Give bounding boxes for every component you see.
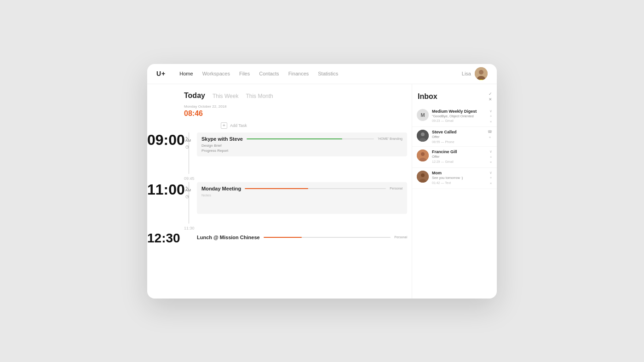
inbox-item-content: Steve Called Offer 08:55 — Phone	[432, 130, 484, 144]
clock-icon[interactable]: ◷	[184, 144, 190, 150]
add-icon[interactable]: +	[490, 114, 492, 119]
time-label-0900: 09:00AM	[147, 132, 184, 147]
progress-fill-monday	[245, 188, 308, 189]
close-icon[interactable]: ×	[490, 120, 492, 124]
svg-point-4	[421, 132, 425, 136]
close-icon[interactable]: ×	[490, 181, 492, 186]
app-logo[interactable]: U+	[156, 70, 166, 77]
inbox-item-actions: ☎ ×	[488, 130, 492, 139]
nav-user: Lisa	[462, 67, 488, 80]
inbox-item-content: Francine Gill Offer 12:29 — Gmail	[432, 149, 486, 163]
current-time: 08:46	[147, 109, 412, 121]
nav-files[interactable]: Files	[239, 71, 250, 76]
date-label: Monday Monday October 22, 2018October 22…	[147, 104, 412, 109]
event-area-0900: ✎ ◷ Skype with Steve 'HOME' Branding	[193, 132, 412, 158]
inbox-item-actions: ∨ + ×	[489, 149, 492, 165]
add-task-label: Add Task	[230, 123, 247, 128]
time-divider-1130: 11:30	[147, 224, 412, 232]
event-notes-monday: Notes	[201, 193, 402, 197]
event-tag-monday: Personal	[390, 187, 402, 190]
svg-point-1	[479, 70, 483, 75]
nav-statistics[interactable]: Statistics	[318, 71, 338, 76]
tab-today[interactable]: Today	[184, 92, 205, 100]
time-divider-0945: 09:45	[147, 175, 412, 182]
event-tag-lunch: Personal	[394, 236, 407, 239]
avatar-image	[417, 149, 429, 161]
inbox-item-content: Medium Weekly Digest "GoodBye, Object Or…	[432, 109, 486, 123]
calendar-tabs: Today This Week This Month	[147, 92, 412, 104]
time-slots: 09:00AM ✎ ◷ Skype with Steve	[147, 132, 412, 299]
chevron-icon[interactable]: ∨	[489, 171, 492, 175]
inbox-section: Inbox ✓ ✕ M Medium Weekly Digest "GoodBy…	[412, 84, 497, 299]
close-icon[interactable]: ×	[490, 160, 492, 165]
avatar[interactable]	[475, 67, 488, 80]
inbox-item-actions: ∨ + ×	[489, 109, 492, 124]
event-title-skype: Skype with Steve	[201, 136, 243, 142]
nav-links: Home Workspaces Files Contacts Finances …	[179, 71, 462, 76]
avatar	[417, 130, 429, 142]
list-item: M Medium Weekly Digest "GoodBye, Object …	[412, 106, 497, 127]
chevron-down-icon[interactable]: ✓	[489, 92, 492, 96]
event-title-monday: Monday Meeting	[201, 186, 241, 191]
avatar	[417, 149, 429, 161]
chevron-icon[interactable]: ∨	[489, 109, 492, 114]
progress-bar-lunch	[264, 237, 391, 238]
svg-point-7	[421, 152, 425, 156]
tab-this-week[interactable]: This Week	[213, 93, 238, 99]
phone-icon[interactable]: ☎	[488, 130, 492, 134]
list-item: Steve Called Offer 08:55 — Phone ☎ ×	[412, 127, 497, 147]
nav-contacts[interactable]: Contacts	[259, 71, 279, 76]
event-area-1100: ✎ ◷ Monday Meeting Personal Notes	[193, 182, 412, 216]
inbox-header-actions: ✓ ✕	[489, 92, 492, 102]
add-task-button[interactable]: +	[221, 122, 227, 129]
event-actions-skype: ✎ ◷	[184, 135, 190, 150]
close-icon[interactable]: ×	[489, 135, 491, 140]
time-slot-1230: 12:30 Lunch @ Mission Chinese Personal	[147, 232, 412, 245]
progress-bar-skype	[247, 138, 374, 139]
list-item: Francine Gill Offer 12:29 — Gmail ∨ + ×	[412, 147, 497, 168]
time-slot-1100: 11:00AM ✎ ◷ Monday Meeting	[147, 182, 412, 224]
progress-bar-monday	[245, 188, 386, 189]
event-tag-skype: 'HOME' Branding	[378, 137, 402, 140]
time-label-1100: 11:00AM	[147, 182, 184, 197]
chevron-icon[interactable]: ∨	[489, 149, 492, 154]
time-big-1100: 11:00	[147, 181, 185, 198]
inbox-sender-name: Steve Called	[432, 130, 484, 134]
list-item: Mom See you tomorrow :) 01:42 — Text ∨ +…	[412, 168, 497, 189]
event-header-skype: Skype with Steve 'HOME' Branding	[201, 136, 402, 142]
nav-home[interactable]: Home	[179, 71, 193, 76]
inbox-item-actions: ∨ + ×	[489, 171, 492, 186]
inbox-meta: 01:42 — Text	[432, 181, 486, 184]
time-slot-0900: 09:00AM ✎ ◷ Skype with Steve	[147, 132, 412, 174]
inbox-title: Inbox	[418, 92, 437, 101]
tab-this-month[interactable]: This Month	[246, 93, 273, 99]
add-icon[interactable]: +	[490, 176, 492, 180]
event-item-0: Design Brief	[201, 144, 402, 148]
clock-icon[interactable]: ◷	[184, 193, 190, 200]
progress-fill-lunch	[264, 237, 302, 238]
inbox-items: M Medium Weekly Digest "GoodBye, Object …	[412, 106, 497, 299]
add-icon[interactable]: +	[490, 155, 492, 160]
event-area-1230: Lunch @ Mission Chinese Personal	[193, 232, 412, 240]
inbox-preview: Offer	[432, 155, 486, 159]
inbox-sender-name: Medium Weekly Digest	[432, 109, 486, 114]
event-actions-monday: ✎ ◷	[184, 185, 190, 200]
add-task-row: + Add Task	[147, 121, 412, 131]
nav-workspaces[interactable]: Workspaces	[202, 71, 230, 76]
nav-finances[interactable]: Finances	[288, 71, 309, 76]
inbox-meta: 12:29 — Gmail	[432, 160, 486, 163]
inbox-sender-name: Francine Gill	[432, 149, 486, 154]
event-item-1: Progress Report	[201, 149, 402, 153]
inbox-preview: See you tomorrow :)	[432, 176, 486, 180]
date-day-label: Monday	[184, 104, 198, 109]
inbox-preview: Offer	[432, 135, 484, 139]
app-window: U+ Home Workspaces Files Contacts Financ…	[147, 64, 497, 299]
avatar	[417, 171, 429, 183]
main-content: Today This Week This Month Monday Monday…	[147, 84, 497, 299]
inbox-sender-name: Mom	[432, 171, 486, 175]
inbox-meta: 09:23 — Gmail	[432, 119, 486, 122]
close-icon[interactable]: ✕	[489, 97, 492, 102]
navbar: U+ Home Workspaces Files Contacts Financ…	[147, 64, 497, 84]
edit-icon[interactable]: ✎	[184, 185, 190, 191]
edit-icon[interactable]: ✎	[184, 135, 190, 142]
